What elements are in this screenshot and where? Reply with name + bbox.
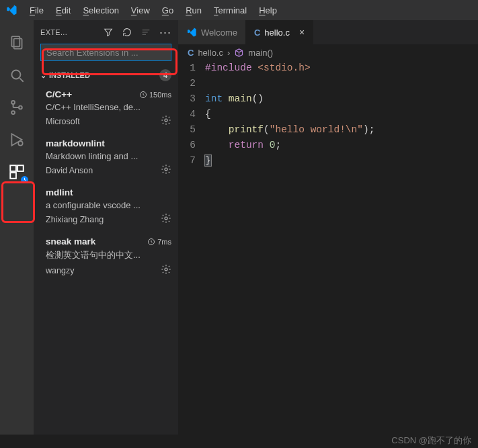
titlebar: FileEditSelectionViewGoRunTerminalHelp bbox=[0, 0, 478, 20]
extension-publisher: wangzy bbox=[46, 266, 74, 275]
extension-load-time: 150ms bbox=[139, 91, 171, 99]
c-file-icon: C bbox=[254, 28, 260, 38]
extension-item[interactable]: mdlinta configurable vscode ...Zhixiang … bbox=[34, 182, 178, 231]
tab-hello-c[interactable]: Chello.c× bbox=[246, 20, 313, 44]
installed-section-header[interactable]: ⌄ INSTALLED 4 bbox=[34, 66, 178, 84]
svg-point-20 bbox=[165, 268, 167, 271]
extension-item[interactable]: sneak mark7ms检测英文语句中的中文...wangzy bbox=[34, 231, 178, 282]
extension-desc: Markdown linting and ... bbox=[46, 151, 171, 161]
menu-go[interactable]: Go bbox=[157, 3, 179, 18]
gear-icon[interactable] bbox=[161, 115, 171, 128]
svg-line-3 bbox=[19, 78, 23, 81]
extension-name: sneak mark bbox=[46, 236, 95, 247]
tab-welcome[interactable]: Welcome bbox=[178, 20, 246, 44]
breadcrumb-file: hello.c bbox=[198, 48, 223, 58]
clear-icon[interactable] bbox=[141, 27, 151, 38]
extension-name: markdownlint bbox=[46, 138, 105, 148]
extension-desc: a configurable vscode ... bbox=[46, 200, 171, 210]
more-icon[interactable]: ··· bbox=[159, 26, 171, 38]
refresh-icon[interactable] bbox=[122, 27, 132, 38]
extension-name: C/C++ bbox=[46, 89, 72, 99]
extension-publisher: Zhixiang Zhang bbox=[46, 215, 104, 224]
extension-desc: 检测英文语句中的中文... bbox=[46, 249, 171, 261]
vscode-app-icon bbox=[5, 4, 17, 16]
tab-bar: WelcomeChello.c× bbox=[178, 20, 478, 44]
menu-edit[interactable]: Edit bbox=[50, 3, 76, 18]
extension-publisher: David Anson bbox=[46, 166, 93, 175]
code-editor[interactable]: 1234567 #include <stdio.h> int main(){ p… bbox=[178, 60, 478, 169]
filter-icon[interactable] bbox=[103, 27, 114, 38]
activity-explorer[interactable] bbox=[1, 27, 33, 59]
installed-count-badge: 4 bbox=[159, 69, 171, 81]
menu-run[interactable]: Run bbox=[180, 3, 207, 18]
activity-run[interactable] bbox=[1, 124, 33, 156]
tab-label: Welcome bbox=[201, 28, 237, 38]
clock-badge-icon bbox=[20, 175, 29, 184]
menu-file[interactable]: File bbox=[24, 3, 49, 18]
menu-terminal[interactable]: Terminal bbox=[208, 3, 252, 18]
chevron-right-icon: › bbox=[227, 48, 230, 58]
menu-bar: FileEditSelectionViewGoRunTerminalHelp bbox=[24, 3, 282, 18]
breadcrumb-symbol: main() bbox=[248, 48, 273, 58]
menu-help[interactable]: Help bbox=[253, 3, 282, 18]
line-gutter: 1234567 bbox=[178, 60, 205, 169]
svg-point-7 bbox=[18, 141, 22, 146]
extension-desc: C/C++ IntelliSense, de... bbox=[46, 102, 171, 112]
breadcrumb-file-icon: C bbox=[188, 48, 194, 58]
close-icon[interactable]: × bbox=[299, 27, 305, 38]
sidebar-header: EXTE... ··· bbox=[34, 20, 178, 44]
gear-icon[interactable] bbox=[161, 164, 171, 177]
extension-load-time: 7ms bbox=[147, 238, 171, 246]
svg-point-5 bbox=[11, 111, 15, 114]
extensions-search-input[interactable] bbox=[40, 44, 171, 61]
tab-label: hello.c bbox=[264, 28, 290, 38]
search-wrap bbox=[34, 44, 178, 66]
chevron-down-icon: ⌄ bbox=[40, 71, 46, 80]
svg-point-4 bbox=[11, 101, 15, 104]
editor-area: WelcomeChello.c× C hello.c › main() 1234… bbox=[178, 20, 478, 435]
svg-point-16 bbox=[165, 119, 167, 122]
svg-rect-10 bbox=[17, 165, 24, 171]
code-content[interactable]: #include <stdio.h> int main(){ printf("h… bbox=[205, 60, 374, 169]
activity-search[interactable] bbox=[1, 59, 33, 91]
svg-point-18 bbox=[165, 217, 167, 220]
extensions-list: C/C++150msC/C++ IntelliSense, de...Micro… bbox=[34, 84, 178, 282]
extension-publisher: Microsoft bbox=[46, 117, 80, 126]
sidebar-title: EXTE... bbox=[40, 28, 67, 36]
svg-point-17 bbox=[165, 168, 167, 171]
symbol-cube-icon bbox=[234, 48, 244, 58]
svg-rect-0 bbox=[11, 36, 19, 46]
extension-name: mdlint bbox=[46, 187, 73, 197]
svg-rect-1 bbox=[14, 39, 22, 49]
extension-item[interactable]: markdownlintMarkdown linting and ...Davi… bbox=[34, 133, 178, 182]
gear-icon[interactable] bbox=[161, 213, 171, 226]
breadcrumbs[interactable]: C hello.c › main() bbox=[178, 44, 478, 60]
activity-extensions[interactable] bbox=[1, 156, 33, 188]
watermark: CSDN @跑不了的你 bbox=[391, 435, 471, 447]
gear-icon[interactable] bbox=[161, 264, 171, 277]
menu-view[interactable]: View bbox=[126, 3, 155, 18]
svg-point-2 bbox=[11, 70, 20, 79]
menu-selection[interactable]: Selection bbox=[77, 3, 124, 18]
extension-item[interactable]: C/C++150msC/C++ IntelliSense, de...Micro… bbox=[34, 84, 178, 133]
svg-rect-8 bbox=[10, 165, 16, 171]
activity-scm[interactable] bbox=[1, 91, 33, 124]
activity-bar bbox=[0, 20, 34, 435]
svg-rect-9 bbox=[10, 173, 16, 179]
installed-label: INSTALLED bbox=[49, 71, 90, 79]
svg-point-6 bbox=[19, 106, 22, 109]
extensions-sidebar: EXTE... ··· ⌄ INSTALLED 4 C/C++150msC/C+… bbox=[34, 20, 178, 435]
